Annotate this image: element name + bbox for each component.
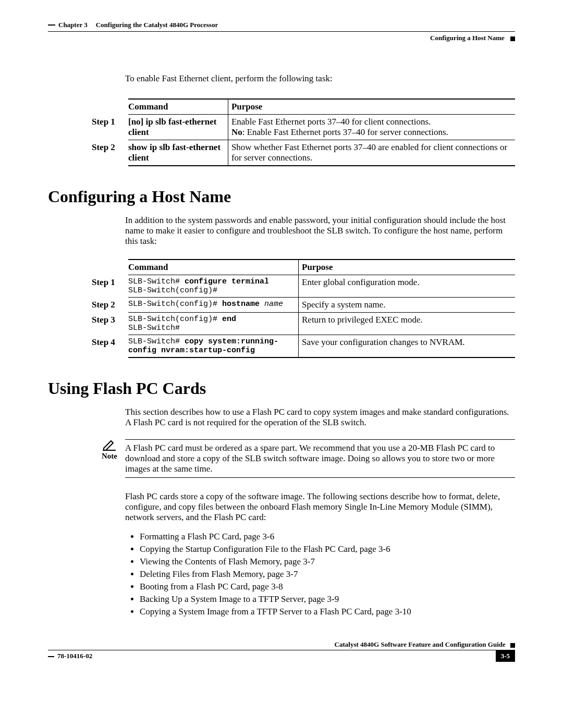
t2r1-cmd1: configure terminal — [185, 277, 269, 286]
table1-purpose1: Enable Fast Ethernet ports 37–40 for cli… — [228, 115, 515, 140]
table1-step2: Step 2 — [92, 140, 128, 166]
intro-text-1: To enable Fast Ethernet client, perform … — [125, 73, 515, 84]
table2-purpose4: Save your configuration changes to NVRAM… — [299, 335, 516, 358]
bullet-item: Copying a System Image from a TFTP Serve… — [140, 607, 515, 617]
note-block: Note A Flash PC card must be ordered as … — [94, 439, 515, 478]
note-text: A Flash PC card must be ordered as a spa… — [125, 440, 515, 477]
section3-text1: This section describes how to use a Flas… — [125, 407, 515, 428]
header-row: Chapter 3 Configuring the Catalyst 4840G… — [48, 21, 515, 29]
header-rule — [48, 31, 515, 32]
footer-square-icon — [510, 643, 515, 648]
table1-purpose1-line1: Enable Fast Ethernet ports 37–40 for cli… — [231, 117, 431, 127]
bullet-item: Viewing the Contents of Flash Memory, pa… — [140, 557, 515, 567]
table1-head-purpose: Purpose — [228, 99, 515, 115]
note-label: Note — [94, 452, 125, 461]
chapter-label: Chapter 3 — [58, 21, 88, 29]
table2-cmd4: SLB-Switch# copy system:running-config n… — [128, 335, 299, 358]
t2r4-prompt1: SLB-Switch# — [128, 337, 185, 346]
header-left-dash — [48, 24, 55, 26]
section3-text2: Flash PC cards store a copy of the softw… — [125, 491, 515, 523]
fast-ethernet-table: Command Purpose Step 1 [no] ip slb fast-… — [92, 98, 515, 166]
note-body: A Flash PC card must be ordered as a spa… — [125, 439, 515, 478]
table2-purpose3: Return to privileged EXEC mode. — [299, 313, 516, 335]
table1-step1: Step 1 — [92, 115, 128, 140]
header-section-right: Configuring a Host Name — [430, 34, 505, 42]
t2r3-prompt1: SLB-Switch(config)# — [128, 315, 222, 324]
header-square-icon — [510, 36, 515, 41]
table1-purpose1-no-label: No — [231, 127, 242, 137]
page: Chapter 3 Configuring the Catalyst 4840G… — [0, 0, 563, 683]
t2r3-cmd1: end — [222, 315, 236, 324]
table2-step4: Step 4 — [92, 335, 128, 358]
section2-content: In addition to the system passwords and … — [125, 215, 515, 358]
table2-step1: Step 1 — [92, 275, 128, 298]
flash-bullets: Formatting a Flash PC Card, page 3-6 Cop… — [125, 532, 515, 617]
table2-head-command: Command — [128, 260, 299, 275]
table2-step2: Step 2 — [92, 298, 128, 313]
footer-guide-text: Catalyst 4840G Software Feature and Conf… — [335, 640, 506, 648]
table2-purpose2: Specify a system name. — [299, 298, 516, 313]
table1-purpose1-no-text: : Enable Fast Ethernet ports 37–40 for s… — [242, 127, 448, 137]
table2-purpose1: Enter global configuration mode. — [299, 275, 516, 298]
table2-cmd3: SLB-Switch(config)# end SLB-Switch# — [128, 313, 299, 335]
section3-content: This section describes how to use a Flas… — [125, 407, 515, 617]
section-title-flash: Using Flash PC Cards — [48, 379, 515, 398]
table2-head-purpose: Purpose — [299, 260, 516, 275]
footer-row: 78-10416-02 3-5 — [48, 650, 515, 662]
footer-pagenum: 3-5 — [496, 650, 515, 662]
section2-text: In addition to the system passwords and … — [125, 215, 515, 246]
table1-cmd1: [no] ip slb fast-ethernet client — [128, 115, 228, 140]
hostname-table: Command Purpose Step 1 SLB-Switch# confi… — [92, 259, 515, 358]
t2r2-arg1: name — [260, 300, 283, 309]
bullet-item: Copying the Startup Configuration File t… — [140, 544, 515, 554]
footer-guide: Catalyst 4840G Software Feature and Conf… — [48, 640, 515, 649]
t2r2-prompt1: SLB-Switch(config)# — [128, 300, 222, 309]
section-title-hostname: Configuring a Host Name — [48, 187, 515, 206]
bullet-item: Deleting Files from Flash Memory, page 3… — [140, 569, 515, 579]
footer-left-dash — [48, 656, 54, 657]
table1-purpose2: Show whether Fast Ethernet ports 37–40 a… — [228, 140, 515, 166]
table1-cmd2: show ip slb fast-ethernet client — [128, 140, 228, 166]
table2-cmd1: SLB-Switch# configure terminal SLB-Switc… — [128, 275, 299, 298]
footer-docnum-text: 78-10416-02 — [57, 652, 92, 660]
t2r2-cmd1: hostname — [222, 300, 260, 309]
chapter-title: Configuring the Catalyst 4840G Processor — [96, 21, 218, 29]
bullet-item: Formatting a Flash PC Card, page 3-6 — [140, 532, 515, 542]
table2-cmd2: SLB-Switch(config)# hostname name — [128, 298, 299, 313]
pencil-icon — [102, 439, 117, 451]
table2-step3: Step 3 — [92, 313, 128, 335]
t2r1-prompt1: SLB-Switch# — [128, 277, 185, 286]
bullet-item: Backing Up a System Image to a TFTP Serv… — [140, 594, 515, 604]
note-icon-col: Note — [94, 439, 125, 461]
header-subsection: Configuring a Host Name — [48, 34, 515, 42]
bullet-item: Booting from a Flash PC Card, page 3-8 — [140, 582, 515, 592]
t2r3-prompt2: SLB-Switch# — [128, 324, 180, 332]
t2r1-prompt2: SLB-Switch(config)# — [128, 286, 217, 295]
content-area: To enable Fast Ethernet client, perform … — [125, 73, 515, 166]
table1-head-command: Command — [128, 99, 228, 115]
footer: Catalyst 4840G Software Feature and Conf… — [48, 640, 515, 662]
footer-docnum: 78-10416-02 — [48, 652, 92, 660]
